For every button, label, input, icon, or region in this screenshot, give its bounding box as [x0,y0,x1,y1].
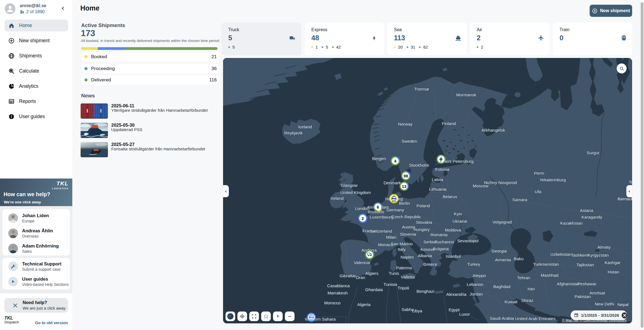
svg-text:Volgograd: Volgograd [492,220,512,224]
svg-text:Turkmenistan: Turkmenistan [533,262,559,267]
svg-text:Nizhny Novgorod: Nizhny Novgorod [484,180,517,185]
svg-text:Kosovo: Kosovo [420,247,435,252]
svg-text:Bulgaria: Bulgaria [433,246,449,251]
svg-text:Uzbekistan: Uzbekistan [550,252,572,257]
svg-text:Tashkent: Tashkent [571,253,589,257]
svg-text:Baku: Baku [514,256,523,261]
svg-text:Romania: Romania [430,232,447,237]
svg-text:Iran: Iran [528,286,535,291]
svg-text:Pakistan: Pakistan [574,294,591,299]
svg-text:Samara: Samara [512,197,528,202]
svg-text:Ireland: Ireland [330,196,343,201]
svg-text:Bucharest: Bucharest [435,239,454,244]
svg-text:Estonia: Estonia [435,167,449,172]
svg-text:Tromsø: Tromsø [414,87,429,91]
svg-text:Moldova: Moldova [445,228,461,232]
svg-text:13: 13 [402,184,407,189]
svg-text:Albania: Albania [418,253,432,258]
svg-text:Lebanon: Lebanon [467,282,483,287]
svg-text:Tunis: Tunis [389,271,399,276]
svg-text:Egypt: Egypt [449,307,460,312]
svg-text:Belarus: Belarus [443,194,457,199]
svg-text:Jordan: Jordan [470,292,483,296]
svg-text:Tripoli: Tripoli [397,286,409,290]
svg-text:Valletta: Valletta [401,275,415,279]
svg-text:Reykjavik: Reykjavik [284,131,303,135]
svg-text:Germany: Germany [386,207,404,212]
svg-text:Naples: Naples [401,255,414,259]
svg-text:Saint Petersburg: Saint Petersburg [442,159,473,164]
svg-text:Luxembourg: Luxembourg [370,215,393,219]
svg-text:Aleppo: Aleppo [473,273,486,278]
svg-text:6: 6 [377,205,379,209]
svg-text:Kashgar: Kashgar [605,260,621,265]
svg-text:Serbia: Serbia [423,239,436,244]
svg-text:Shiraz: Shiraz [521,298,533,303]
svg-text:Armenia: Armenia [495,257,511,262]
svg-text:Kyiv: Kyiv [454,211,462,216]
svg-text:Denmark: Denmark [384,180,401,185]
svg-text:Baghdad: Baghdad [493,284,510,289]
svg-text:Czech Republic: Czech Republic [391,214,421,219]
svg-text:Norway: Norway [398,122,413,126]
svg-text:Milan: Milan [386,235,396,239]
svg-text:Turkey: Turkey [467,262,480,267]
svg-text:Slovakia: Slovakia [416,220,432,225]
svg-text:Kazakhstan: Kazakhstan [560,221,583,225]
svg-text:Amritsar: Amritsar [589,291,605,295]
svg-text:Valencia: Valencia [354,260,370,265]
svg-text:Peshawar: Peshawar [577,281,597,286]
svg-text:Georgia: Georgia [491,249,507,253]
svg-text:Palermo: Palermo [396,265,412,270]
svg-text:Poland: Poland [417,203,430,208]
svg-text:98: 98 [404,174,408,178]
svg-text:Bergen: Bergen [372,156,386,161]
svg-text:Ufa: Ufa [535,189,542,194]
svg-text:Casablanca: Casablanca [327,283,350,288]
svg-text:Hungary: Hungary [414,227,430,232]
svg-text:Morocco: Morocco [324,300,340,305]
svg-text:Berlin: Berlin [399,201,410,206]
svg-text:Tajikistan: Tajikistan [576,262,594,267]
svg-text:Algiers: Algiers [365,271,378,276]
svg-text:Oran: Oran [356,275,365,280]
svg-text:Benghazi: Benghazi [417,289,434,294]
svg-text:Karagandy: Karagandy [582,215,602,219]
svg-text:Slovenia: Slovenia [400,232,416,236]
svg-text:Arkhangelsk: Arkhangelsk [481,128,505,132]
svg-text:United Kingdom: United Kingdom [340,190,371,195]
svg-text:Switzerland: Switzerland [370,229,392,233]
svg-text:Hotan: Hotan [608,270,619,274]
svg-text:2: 2 [362,216,364,221]
svg-text:Alexandria: Alexandria [446,292,467,297]
svg-text:Murmansk: Murmansk [456,92,476,97]
svg-text:Perm: Perm [534,171,544,175]
svg-text:Sevastopol: Sevastopol [457,238,479,243]
svg-text:Afghanistan: Afghanistan [557,281,579,286]
svg-text:Sweden: Sweden [402,139,417,143]
svg-text:Libya: Libya [412,308,422,313]
svg-text:New Delhi: New Delhi [595,302,614,306]
svg-text:Iceland: Iceland [298,124,312,129]
svg-text:Saudi Arabia: Saudi Arabia [490,316,514,321]
svg-text:Mashhad: Mashhad [541,273,558,278]
svg-text:Stockholm: Stockholm [409,163,429,167]
svg-text:Kuwait: Kuwait [505,299,518,304]
svg-text:Lithuania: Lithuania [429,187,447,191]
svg-text:Kyrgyzstan: Kyrgyzstan [588,253,609,257]
svg-text:Ukraine: Ukraine [452,219,467,223]
svg-text:Tehran: Tehran [517,275,530,280]
svg-text:Marrakesh: Marrakesh [327,291,348,295]
svg-text:Ghardaia: Ghardaia [365,287,383,292]
svg-text:Finland: Finland [442,121,456,126]
svg-text:Gibraltar: Gibraltar [340,273,356,278]
svg-text:Greece: Greece [423,262,438,267]
svg-text:Almaty: Almaty [597,245,611,249]
svg-text:Istanbul: Istanbul [446,254,461,259]
svg-text:Surgut: Surgut [587,150,599,155]
svg-text:Tomsk: Tomsk [629,180,632,184]
svg-text:Italy: Italy [398,247,406,252]
svg-text:Astana: Astana [580,208,593,213]
svg-text:Luxor: Luxor [459,312,470,316]
svg-text:Nepal: Nepal [618,302,629,307]
